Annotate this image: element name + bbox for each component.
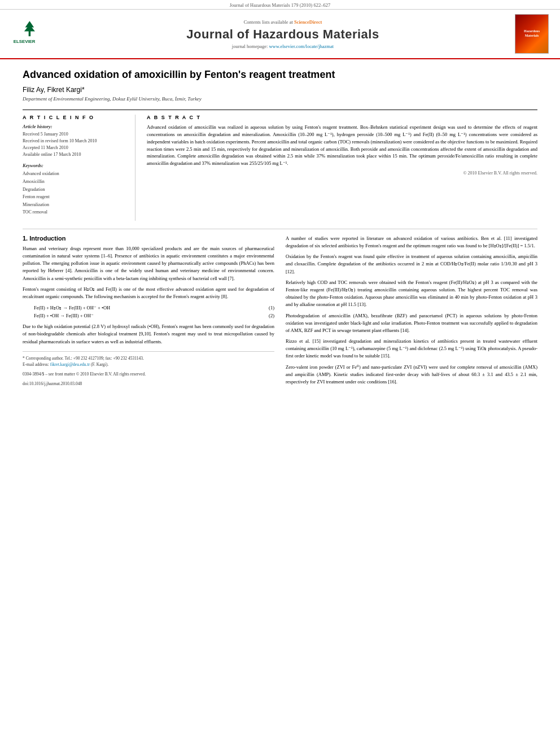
body-para-r6: Zero-valent iron powder (ZVI or Fe⁰) and… [286, 364, 537, 386]
section-divider [23, 229, 537, 229]
body-para-3: Due to the high oxidation potential (2.8… [23, 323, 274, 346]
abstract-text: Advanced oxidation of amoxicillin was re… [147, 124, 537, 167]
article-title: Advanced oxidation of amoxicillin by Fen… [23, 68, 537, 81]
body-left-column: 1. Introduction Human and veterinary dru… [23, 235, 274, 389]
copyright: © 2010 Elsevier B.V. All rights reserved… [147, 171, 537, 176]
equation-1: Fe(II) + H₂O₂ → Fe(III) + OH⁻ + •OH (1) [34, 305, 274, 311]
doi-line: doi:10.1016/j.jhazmat.2010.03.048 [23, 381, 274, 387]
body-para-r5: Rizzo et al. [15] investigated degradati… [286, 338, 537, 360]
section1-heading: 1. Introduction [23, 235, 274, 242]
elsevier-logo: ELSEVIER [11, 19, 51, 49]
revised-date: Received in revised form 10 March 2010 [23, 138, 128, 145]
footnote-area: * Corresponding author. Tel.: +90 232 41… [23, 351, 274, 387]
article-container: Advanced oxidation of amoxicillin by Fen… [0, 59, 560, 400]
equation-2: Fe(II) + •OH → Fe(III) + OH⁻ (2) [34, 313, 274, 318]
body-para-1: Human and veterinary drugs represent mor… [23, 245, 274, 282]
journal-citation: Journal of Hazardous Materials 179 (2010… [0, 0, 560, 10]
available-date: Available online 17 March 2010 [23, 151, 128, 158]
reaction-equations: Fe(II) + H₂O₂ → Fe(III) + OH⁻ + •OH (1) … [34, 305, 274, 318]
body-para-r2: Oxidation by the Fenton's reagent was fo… [286, 253, 537, 276]
email-line: E-mail address: fikret.kargi@deu.edu.tr … [23, 361, 274, 368]
body-para-r3: Relatively high COD and TOC removals wer… [286, 279, 537, 309]
sciencedirect-label: Contents lists available at ScienceDirec… [60, 19, 506, 25]
article-info-heading: A R T I C L E I N F O [23, 115, 128, 120]
affiliation: Department of Environmental Engineering,… [23, 96, 537, 102]
received-date: Received 5 January 2010 [23, 131, 128, 138]
body-content: 1. Introduction Human and veterinary dru… [23, 235, 537, 389]
abstract-panel: A B S T R A C T Advanced oxidation of am… [147, 115, 537, 221]
corresponding-author: * Corresponding author. Tel.: +90 232 41… [23, 355, 274, 361]
svg-marker-2 [24, 24, 35, 31]
article-keywords: Keywords: Advanced oxidation Amoxicillin… [23, 163, 128, 216]
journal-header: ELSEVIER Contents lists available at Sci… [0, 10, 560, 59]
abstract-heading: A B S T R A C T [147, 115, 537, 120]
journal-title-block: Contents lists available at ScienceDirec… [60, 19, 506, 49]
keywords-list: Advanced oxidation Amoxicillin Degradati… [23, 170, 128, 216]
article-history: Article history: Received 5 January 2010… [23, 124, 128, 158]
article-info-panel: A R T I C L E I N F O Article history: R… [23, 115, 135, 221]
journal-title: Journal of Hazardous Materials [60, 27, 506, 42]
body-para-r1: A number of studies were reported in lit… [286, 235, 537, 250]
svg-text:ELSEVIER: ELSEVIER [14, 39, 36, 44]
issn-line: 0304-3894/$ – see front matter © 2010 El… [23, 371, 274, 377]
journal-cover-image: Hazardous Materials [515, 14, 549, 54]
body-right-column: A number of studies were reported in lit… [286, 235, 537, 389]
body-para-2: Fenton's reagent consisting of H₂O₂ and … [23, 286, 274, 300]
body-para-r4: Photodegradation of amoxicillin (AMX), b… [286, 312, 537, 335]
accepted-date: Accepted 11 March 2010 [23, 145, 128, 151]
journal-homepage: journal homepage: www.elsevier.com/locat… [60, 43, 506, 49]
authors: Filiz Ay, Fikret Kargi* [23, 86, 537, 94]
article-info-abstract: A R T I C L E I N F O Article history: R… [23, 110, 537, 221]
